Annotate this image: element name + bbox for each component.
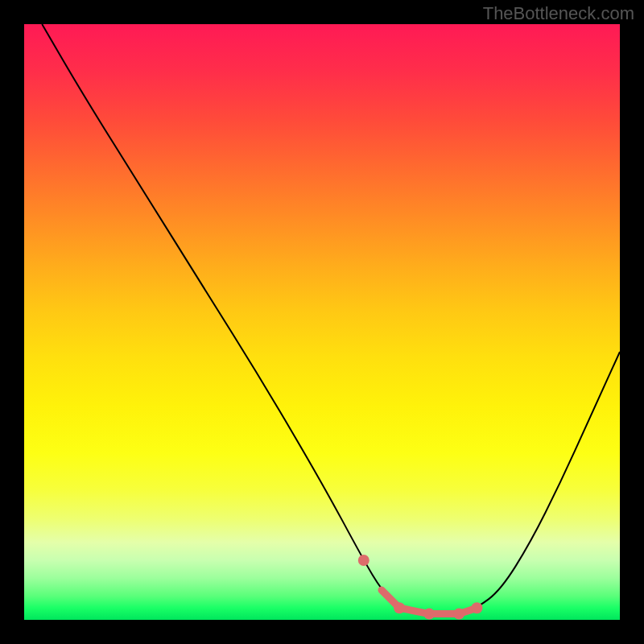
watermark-text: TheBottleneck.com <box>483 3 634 24</box>
bottleneck-curve-line <box>42 24 620 614</box>
sweet-spot-point <box>394 602 405 613</box>
chart-plot-area <box>24 24 620 620</box>
sweet-spot-point <box>358 555 369 566</box>
sweet-spot-point <box>423 609 435 620</box>
chart-svg <box>24 24 620 620</box>
sweet-spot-point <box>471 602 482 613</box>
sweet-spot-point <box>453 609 464 620</box>
